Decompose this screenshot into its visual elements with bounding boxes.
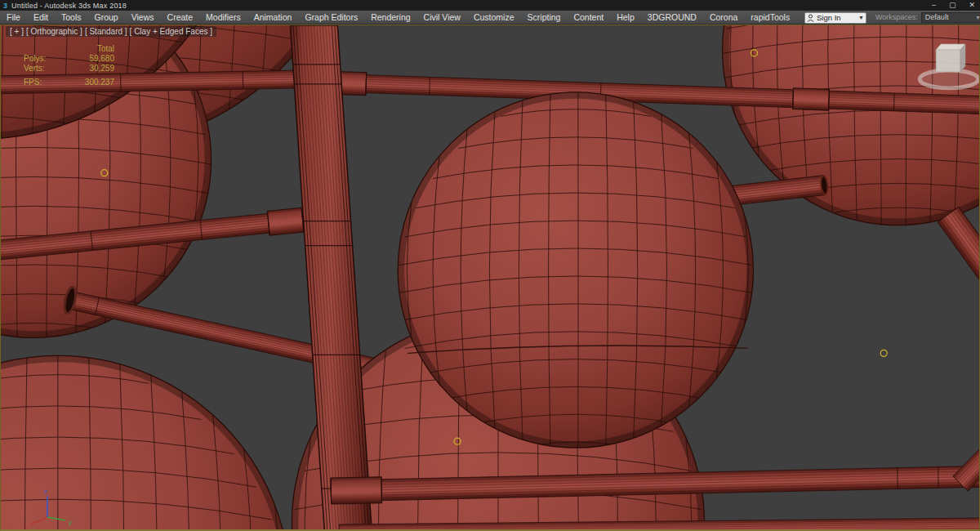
stats-verts-value: 30,259 (78, 64, 114, 73)
workspaces-control: Workspaces: Default ▼ (875, 12, 980, 23)
workspaces-label: Workspaces: (875, 13, 918, 21)
viewcube-compass-ring[interactable] (920, 70, 978, 88)
3dsmax-app-icon: 3 (3, 2, 7, 10)
menu-3dground[interactable]: 3DGROUND (641, 11, 703, 24)
menu-tools[interactable]: Tools (55, 11, 88, 24)
person-icon (807, 14, 814, 22)
pipe-object (938, 207, 979, 299)
stats-fps-label: FPS: (24, 78, 42, 87)
viewport-label: [ + ] [ Orthographic ] [ Standard ] [ Cl… (6, 26, 216, 37)
maximize-button[interactable]: ▢ (949, 0, 956, 11)
viewport: x y z [ + ] [ Orthographic ] [ Standard … (0, 25, 980, 531)
vertical-sprue-object (290, 25, 372, 529)
axis-z-label: z (44, 488, 47, 495)
window-title: Untitled - Autodesk 3ds Max 2018 (11, 2, 127, 10)
title-bar: 3 Untitled - Autodesk 3ds Max 2018 – ▢ ✕ (0, 0, 980, 11)
viewport-menu-general[interactable]: [ + ] (10, 27, 24, 36)
minimize-button[interactable]: – (932, 0, 936, 11)
stats-verts-label: Verts: (24, 64, 45, 73)
viewport-menu-shading[interactable]: [ Clay + Edged Faces ] (130, 27, 212, 36)
viewport-menu-pov[interactable]: [ Orthographic ] (26, 27, 82, 36)
sign-in-label: Sign In (817, 13, 841, 22)
menu-create[interactable]: Create (161, 11, 200, 24)
menu-corona[interactable]: Corona (703, 11, 744, 24)
model-geometry[interactable] (1, 25, 979, 529)
stats-fps-value: 300.237 (78, 78, 114, 87)
viewport-menu-renderer[interactable]: [ Standard ] (85, 27, 127, 36)
close-button[interactable]: ✕ (969, 0, 975, 11)
chevron-down-icon[interactable]: ▼ (858, 15, 864, 20)
menu-views[interactable]: Views (125, 11, 161, 24)
sphere-object (1, 355, 290, 529)
menu-civil-view[interactable]: Civil View (417, 11, 467, 24)
menu-customize[interactable]: Customize (467, 11, 521, 24)
workspace-value: Default (925, 13, 949, 21)
stats-polys-value: 59,680 (78, 54, 114, 63)
sphere-object (398, 92, 753, 448)
sign-in-button[interactable]: Sign In ▼ (804, 12, 866, 24)
menu-scripting[interactable]: Scripting (521, 11, 568, 24)
stats-total-header: Total (78, 44, 114, 53)
chevron-down-icon: ▼ (975, 15, 980, 20)
menu-help[interactable]: Help (610, 11, 641, 24)
axis-y-label: y (69, 519, 72, 526)
axis-x-label: x (24, 524, 28, 529)
workspace-dropdown[interactable]: Default ▼ (921, 12, 980, 23)
menu-rapidtools[interactable]: rapidTools (744, 11, 796, 24)
menu-file[interactable]: File (0, 11, 27, 24)
menu-modifiers[interactable]: Modifiers (199, 11, 247, 24)
menu-edit[interactable]: Edit (27, 11, 55, 24)
viewcube-front-face[interactable] (936, 50, 960, 72)
yellow-circle-marker (880, 350, 887, 356)
viewport-canvas[interactable]: x y z (1, 25, 979, 529)
stats-polys-label: Polys: (24, 54, 46, 63)
menu-graph-editors[interactable]: Graph Editors (298, 11, 364, 24)
menu-rendering[interactable]: Rendering (364, 11, 416, 24)
menu-content[interactable]: Content (567, 11, 610, 24)
menu-group[interactable]: Group (88, 11, 125, 24)
menu-animation[interactable]: Animation (247, 11, 299, 24)
